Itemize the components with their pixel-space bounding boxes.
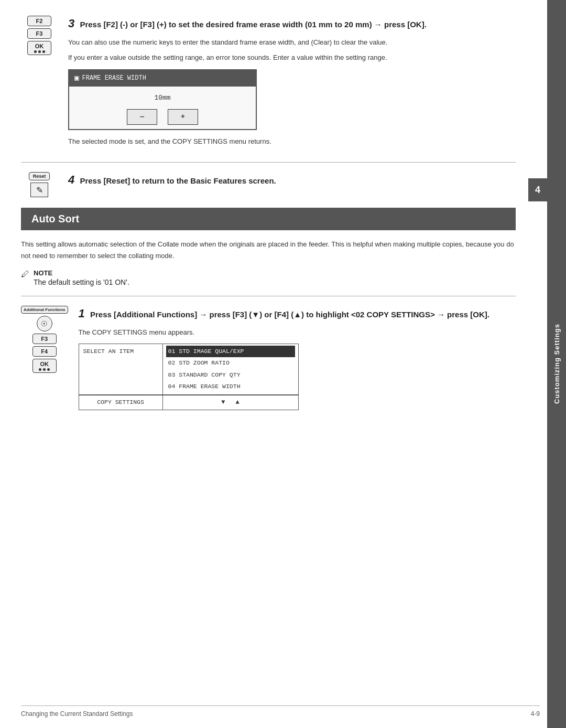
dot2 bbox=[38, 50, 41, 53]
pencil-icon: ✎ bbox=[30, 183, 48, 197]
nav-up[interactable]: ▲ bbox=[236, 398, 240, 408]
step4-title-text: Press [Reset] to return to the Basic Fea… bbox=[80, 176, 276, 185]
dot6 bbox=[47, 368, 50, 371]
select-an-item-label: SELECT AN ITEM bbox=[83, 347, 158, 356]
ok-key-dots-step1 bbox=[37, 368, 52, 371]
additional-functions-key: Additional Functions bbox=[21, 306, 68, 314]
step4-content: 4 Press [Reset] to return to the Basic F… bbox=[68, 172, 516, 197]
note-icon: 🖊 bbox=[21, 270, 29, 279]
step1-keys: Additional Functions ☉ F3 F4 OK bbox=[21, 306, 68, 410]
note-box: 🖊 NOTE The default setting is '01 ON'. bbox=[21, 269, 516, 286]
step3-number: 3 bbox=[68, 17, 74, 30]
chapter-number: 4 bbox=[535, 185, 540, 196]
footer-right: 4-9 bbox=[531, 710, 540, 718]
step4-section: Reset ✎ 4 Press [Reset] to return to the… bbox=[21, 172, 516, 197]
step1-body: The COPY SETTINGS menu appears. SELECT A… bbox=[79, 327, 516, 410]
step1-autosort-section: Additional Functions ☉ F3 F4 OK 1 Press … bbox=[21, 306, 516, 410]
chapter-tab: 4 bbox=[528, 178, 547, 201]
f3-key: F3 bbox=[27, 28, 51, 39]
step3-body2: If you enter a value outside the setting… bbox=[68, 52, 516, 63]
screen-icon: ▣ bbox=[74, 72, 79, 84]
copy-settings-table: SELECT AN ITEM 01 STD IMAGE QUAL/EXP 02 … bbox=[79, 344, 299, 410]
screen-header: ▣ FRAME ERASE WIDTH bbox=[69, 70, 256, 86]
step1-title-text: Press [Additional Functions] → press [F3… bbox=[90, 310, 489, 319]
step3-keys: F2 F3 OK bbox=[21, 16, 58, 152]
auto-sort-body: This setting allows automatic selection … bbox=[21, 239, 516, 262]
note-label: NOTE bbox=[34, 269, 129, 277]
table-item-2: 03 STANDARD COPY QTY bbox=[166, 369, 295, 381]
minus-btn[interactable]: — bbox=[127, 109, 157, 125]
step1-title: 1 Press [Additional Functions] → press [… bbox=[79, 306, 516, 322]
auto-sort-title: Auto Sort bbox=[31, 213, 79, 224]
step3-body: You can also use the numeric keys to ent… bbox=[68, 37, 516, 147]
ok-key: OK bbox=[27, 41, 51, 55]
main-content: F2 F3 OK 3 Press [F2] (-) or [F3] (+) to… bbox=[0, 0, 547, 728]
nav-down[interactable]: ▼ bbox=[221, 398, 225, 408]
page-container: F2 F3 OK 3 Press [F2] (-) or [F3] (+) to… bbox=[0, 0, 566, 728]
table-item-0: 01 STD IMAGE QUAL/EXP bbox=[166, 346, 295, 357]
dot3 bbox=[42, 50, 45, 53]
ok-key-step1: OK bbox=[32, 359, 57, 373]
step1-body-text: The COPY SETTINGS menu appears. bbox=[79, 327, 516, 338]
screen-body: 10mm — + bbox=[69, 87, 256, 130]
step3-title-text: Press [F2] (-) or [F3] (+) to set the de… bbox=[80, 20, 426, 29]
footer-left: Changing the Current Standard Settings bbox=[21, 710, 133, 718]
copy-settings-label: COPY SETTINGS bbox=[97, 398, 144, 408]
dot1 bbox=[34, 50, 37, 53]
note-content: NOTE The default setting is '01 ON'. bbox=[34, 269, 129, 286]
step4-title: 4 Press [Reset] to return to the Basic F… bbox=[68, 172, 516, 188]
step1-content: 1 Press [Additional Functions] → press [… bbox=[79, 306, 516, 410]
f3-key-step1: F3 bbox=[32, 334, 57, 344]
step3-body3: The selected mode is set, and the COPY S… bbox=[68, 136, 516, 147]
f4-key-step1: F4 bbox=[32, 346, 57, 357]
step3-body1: You can also use the numeric keys to ent… bbox=[68, 37, 516, 48]
table-nav-row: COPY SETTINGS ▼ ▲ bbox=[79, 395, 298, 410]
auto-sort-header: Auto Sort bbox=[21, 208, 516, 230]
divider1 bbox=[21, 162, 516, 163]
ok-key-label: OK bbox=[32, 43, 47, 49]
table-nav-right: ▼ ▲ bbox=[163, 395, 298, 410]
step4-keys: Reset ✎ bbox=[21, 172, 58, 197]
table-select-label: SELECT AN ITEM bbox=[79, 344, 163, 394]
screen-value: 10mm bbox=[75, 91, 249, 106]
table-item-1: 02 STD ZOOM RATIO bbox=[166, 357, 295, 369]
table-header-row: SELECT AN ITEM 01 STD IMAGE QUAL/EXP 02 … bbox=[79, 344, 298, 395]
page-footer: Changing the Current Standard Settings 4… bbox=[21, 705, 540, 718]
table-nav-left: COPY SETTINGS bbox=[79, 395, 163, 410]
frame-erase-screen: ▣ FRAME ERASE WIDTH 10mm — + bbox=[68, 69, 257, 130]
step4-number: 4 bbox=[68, 173, 74, 186]
ok-key-label-step1: OK bbox=[37, 361, 52, 367]
additional-icon: ☉ bbox=[37, 316, 52, 331]
screen-title: FRAME ERASE WIDTH bbox=[82, 73, 146, 83]
step1-number: 1 bbox=[79, 307, 85, 320]
side-tab: Customizing Settings bbox=[547, 0, 566, 728]
divider2 bbox=[21, 296, 516, 296]
f2-key: F2 bbox=[27, 16, 51, 26]
reset-key: Reset bbox=[29, 172, 50, 180]
side-tab-label: Customizing Settings bbox=[553, 324, 561, 404]
screen-buttons: — + bbox=[75, 109, 249, 125]
step3-section: F2 F3 OK 3 Press [F2] (-) or [F3] (+) to… bbox=[21, 16, 516, 152]
plus-btn[interactable]: + bbox=[168, 109, 198, 125]
table-item-3: 04 FRAME ERASE WIDTH bbox=[166, 381, 295, 392]
dot4 bbox=[39, 368, 41, 371]
step3-content: 3 Press [F2] (-) or [F3] (+) to set the … bbox=[68, 16, 516, 152]
dot5 bbox=[43, 368, 46, 371]
ok-key-dots bbox=[32, 50, 47, 53]
note-text: The default setting is '01 ON'. bbox=[34, 278, 129, 286]
step3-title: 3 Press [F2] (-) or [F3] (+) to set the … bbox=[68, 16, 516, 32]
table-items: 01 STD IMAGE QUAL/EXP 02 STD ZOOM RATIO … bbox=[163, 344, 298, 394]
